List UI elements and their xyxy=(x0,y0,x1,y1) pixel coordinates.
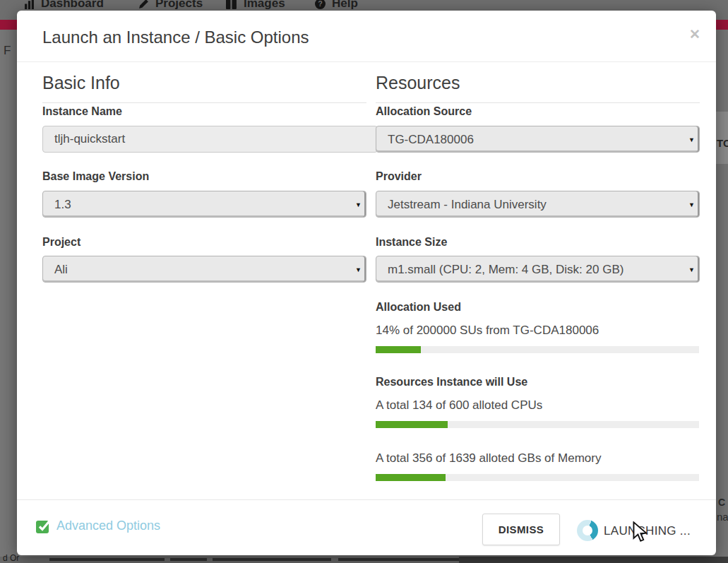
images-icon xyxy=(226,0,237,9)
allocation-used-label: Allocation Used xyxy=(376,301,461,313)
progress-fill xyxy=(376,346,421,353)
chevron-down-icon: ▼ xyxy=(688,201,695,208)
background-text-fragment: C xyxy=(718,497,725,508)
instance-size-select[interactable]: m1.small (CPU: 2, Mem: 4 GB, Disk: 20 GB… xyxy=(376,256,700,283)
allocation-source-label: Allocation Source xyxy=(376,105,472,117)
loading-spinner-icon xyxy=(577,520,598,541)
dismiss-button[interactable]: DISMISS xyxy=(482,514,560,545)
select-value: 1.3 xyxy=(54,198,71,212)
pencil-icon xyxy=(138,0,149,9)
nav-item-label: Images xyxy=(244,0,285,11)
memory-usage-text: A total 356 of 1639 alloted GBs of Memor… xyxy=(376,451,601,465)
screen: Dashboard Projects Images ? Help F TO C … xyxy=(0,0,728,563)
background-band: TO xyxy=(716,112,728,164)
select-value: TG-CDA180006 xyxy=(388,133,474,147)
advanced-options-label: Advanced Options xyxy=(56,518,160,533)
allocation-used-progressbar xyxy=(376,346,699,353)
resources-section: Resources Allocation Source TG-CDA180006… xyxy=(376,11,700,555)
nav-item-label: Help xyxy=(332,0,358,11)
basic-info-section: Basic Info Instance Name Base Image Vers… xyxy=(42,11,366,555)
background-text-fragment: F xyxy=(4,44,11,58)
provider-select[interactable]: Jetstream - Indiana University ▼ xyxy=(376,191,700,218)
memory-usage-progressbar xyxy=(376,474,699,481)
provider-label: Provider xyxy=(376,170,422,182)
basic-info-heading: Basic Info xyxy=(42,73,366,103)
base-image-version-select[interactable]: 1.3 ▼ xyxy=(42,191,366,218)
resources-heading: Resources xyxy=(376,73,700,103)
instance-name-label: Instance Name xyxy=(42,105,122,117)
chevron-down-icon: ▼ xyxy=(688,136,695,143)
launch-instance-modal: Launch an Instance / Basic Options ✕ Bas… xyxy=(17,11,716,555)
background-bottom-strip: d Or xyxy=(0,557,728,563)
allocation-used-text: 14% of 200000 SUs from TG-CDA180006 xyxy=(376,324,599,337)
select-value: m1.small (CPU: 2, Mem: 4 GB, Disk: 20 GB… xyxy=(388,263,623,277)
footer-divider xyxy=(17,499,716,500)
background-text-fragment: TO xyxy=(717,137,728,149)
cpu-usage-progressbar xyxy=(376,421,699,428)
svg-text:?: ? xyxy=(318,0,323,8)
help-icon: ? xyxy=(315,0,326,9)
nav-item-label: Projects xyxy=(155,0,203,11)
progress-fill xyxy=(376,474,446,481)
select-value: Ali xyxy=(54,263,68,277)
project-label: Project xyxy=(42,236,80,248)
bar-chart-icon xyxy=(24,0,35,9)
background-text-fragment: na xyxy=(717,511,728,523)
chevron-down-icon: ▼ xyxy=(355,266,362,273)
instance-usage-label: Resources Instance will Use xyxy=(376,376,527,388)
background-text-fragment: d Or xyxy=(3,553,19,563)
chevron-down-icon: ▼ xyxy=(688,266,695,273)
instance-name-input[interactable] xyxy=(42,126,378,153)
mouse-cursor xyxy=(631,521,650,545)
base-image-version-label: Base Image Version xyxy=(42,170,149,182)
nav-item-label: Dashboard xyxy=(41,0,104,11)
progress-fill xyxy=(376,421,448,428)
cpu-usage-text: A total 134 of 600 alloted CPUs xyxy=(376,398,542,412)
checkbox-checked-icon xyxy=(35,518,52,534)
advanced-options-link[interactable]: Advanced Options xyxy=(35,518,160,534)
chevron-down-icon: ▼ xyxy=(355,201,362,208)
select-value: Jetstream - Indiana University xyxy=(388,198,547,212)
instance-size-label: Instance Size xyxy=(376,236,447,248)
project-select[interactable]: Ali ▼ xyxy=(42,256,366,283)
allocation-source-select[interactable]: TG-CDA180006 ▼ xyxy=(376,126,700,153)
